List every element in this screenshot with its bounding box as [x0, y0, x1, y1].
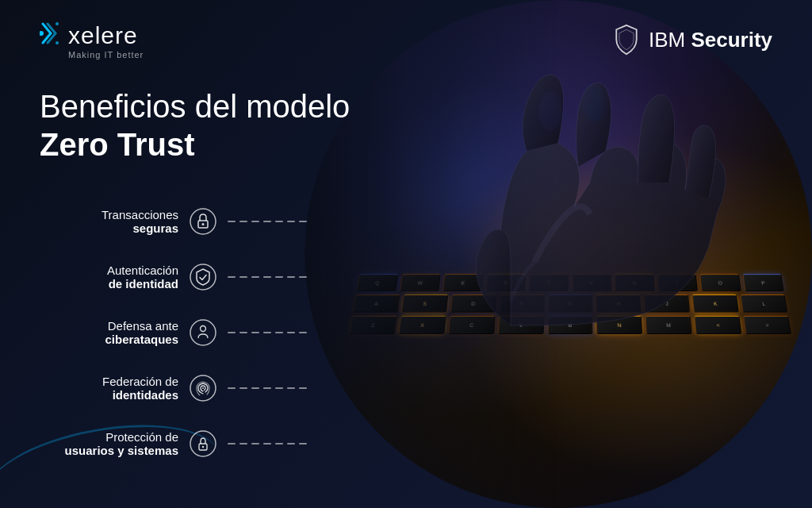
main-title: Beneficios del modelo Zero Trust: [40, 87, 350, 164]
benefit-line2-1: seguras: [40, 221, 178, 235]
benefit-line2-5: usuarios y sistemas: [40, 444, 178, 457]
svg-point-9: [190, 320, 216, 345]
key-x: X: [398, 316, 446, 334]
title-line1: Beneficios del modelo: [40, 87, 350, 125]
benefit-line2-3: ciberataques: [40, 333, 178, 346]
benefit-line1-5: Protección de: [40, 430, 178, 444]
benefit-item-3: Defensa ante ciberataques: [40, 318, 307, 348]
benefit-dashes-4: [228, 387, 307, 389]
svg-point-0: [538, 91, 562, 131]
benefit-text-4: Federación de identidades: [40, 375, 178, 402]
benefit-text-5: Protección de usuarios y sistemas: [40, 430, 178, 457]
benefit-item-1: Transacciones seguras: [40, 206, 307, 237]
benefit-line1-4: Federación de: [40, 375, 178, 388]
benefit-line2-2: de identidad: [40, 277, 178, 291]
key-q: Q: [356, 274, 398, 291]
svg-point-4: [56, 41, 59, 44]
title-line2: Zero Trust: [40, 125, 350, 164]
lock-person-icon: [188, 429, 218, 459]
xelere-wordmark: xelere: [68, 22, 138, 49]
header: xelere Making IT better IBM Security: [0, 0, 812, 79]
svg-point-5: [190, 209, 216, 234]
benefit-dashes-2: [228, 276, 307, 278]
benefit-item-4: Federación de identidades: [40, 373, 307, 403]
benefit-dashes-5: [228, 443, 307, 444]
svg-point-12: [202, 387, 204, 389]
svg-point-8: [190, 264, 216, 290]
ibm-prefix: IBM: [649, 28, 685, 52]
benefit-dashes-1: [228, 221, 307, 222]
fingerprint-icon: [188, 373, 218, 403]
svg-point-1: [582, 83, 606, 123]
benefit-line2-4: identidades: [40, 388, 178, 402]
benefit-line1-1: Transacciones: [40, 208, 178, 221]
benefits-list: Transacciones seguras Autenticación de i…: [40, 206, 307, 459]
benefit-item-5: Protección de usuarios y sistemas: [40, 429, 307, 459]
key-gt: >: [743, 316, 791, 334]
benefit-text-1: Transacciones seguras: [40, 208, 178, 235]
benefit-line1-2: Autenticación: [40, 264, 178, 277]
svg-point-15: [202, 446, 204, 448]
svg-point-2: [40, 31, 44, 36]
ibm-security-text: IBM Security: [649, 28, 772, 52]
lock-icon: [188, 206, 218, 237]
key-z: Z: [349, 316, 397, 334]
key-w: W: [400, 274, 441, 291]
svg-point-7: [202, 223, 205, 225]
xelere-brand: xelere: [40, 21, 144, 52]
benefit-item-2: Autenticación de identidad: [40, 262, 307, 292]
key-a: A: [353, 294, 400, 312]
xelere-tagline: Making IT better: [40, 50, 144, 60]
svg-point-3: [56, 22, 59, 25]
key-s: S: [401, 294, 448, 312]
benefit-dashes-3: [228, 332, 307, 333]
ibm-shield-icon: [612, 24, 641, 56]
benefit-text-3: Defensa ante ciberataques: [40, 319, 178, 346]
person-shield-icon: [188, 318, 218, 348]
ibm-logo: IBM Security: [612, 24, 772, 56]
benefit-text-2: Autenticación de identidad: [40, 264, 178, 291]
svg-point-10: [201, 326, 206, 332]
page-container: Q W E R T Y U I O P A S D F G H J K L: [0, 0, 812, 508]
ibm-suffix: Security: [691, 28, 772, 52]
shield-check-icon: [188, 262, 218, 292]
benefit-line1-3: Defensa ante: [40, 319, 178, 333]
xelere-icon: [40, 21, 65, 52]
xelere-logo: xelere Making IT better: [40, 21, 144, 60]
